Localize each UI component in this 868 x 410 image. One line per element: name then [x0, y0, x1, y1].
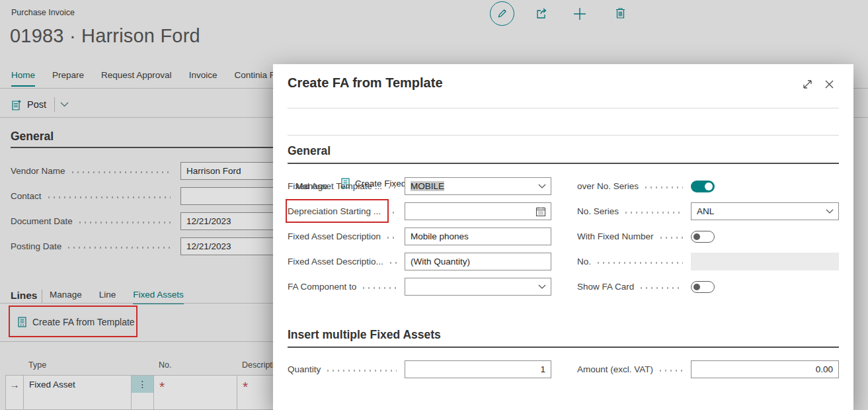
with-fixed-number-toggle[interactable] — [691, 231, 715, 243]
over-no-series-label: over No. Series — [577, 181, 688, 191]
chevron-down-icon — [538, 284, 546, 290]
divider — [288, 347, 839, 348]
insert-multiple-heading[interactable]: Insert multiple Fixed Assets — [288, 328, 441, 342]
fa-description2-field[interactable]: (With Quantity) — [405, 253, 551, 270]
chevron-down-icon — [538, 184, 546, 189]
dot-leader — [387, 186, 397, 188]
over-no-series-toggle[interactable] — [691, 181, 715, 192]
close-dialog-button[interactable] — [823, 78, 836, 91]
amount-row: Amount (excl. VAT) 0.00 — [577, 360, 839, 378]
toggle-knob — [693, 284, 700, 290]
amount-label: Amount (excl. VAT) — [577, 364, 688, 374]
expand-icon — [801, 78, 814, 91]
dot-leader — [385, 237, 397, 239]
fa-description-row: Fixed Asset Description Mobile phones — [288, 227, 551, 245]
fa-description-field[interactable]: Mobile phones — [405, 227, 551, 245]
calendar-icon[interactable] — [535, 206, 546, 217]
no-label: No. — [577, 257, 688, 266]
dot-leader — [361, 287, 397, 289]
no-row: No. — [577, 253, 839, 270]
quantity-field[interactable]: 1 — [405, 360, 551, 378]
depreciation-starting-date-field[interactable] — [405, 202, 551, 220]
no-field — [691, 253, 839, 270]
over-no-series-row: over No. Series — [577, 177, 839, 195]
show-fa-card-toggle[interactable] — [691, 281, 715, 293]
toggle-knob — [705, 183, 713, 190]
fa-component-label: FA Component to — [288, 282, 401, 292]
fa-component-row: FA Component to — [288, 278, 551, 296]
create-fa-from-template-dialog: Create FA from Template Manage Create Fi… — [273, 64, 853, 410]
toggle-knob — [693, 233, 700, 240]
no-series-label: No. Series — [577, 206, 688, 216]
dot-leader — [623, 212, 683, 214]
dot-leader — [325, 370, 397, 372]
close-icon — [823, 78, 836, 91]
no-series-row: No. Series ANL — [577, 202, 839, 220]
divider — [288, 135, 839, 136]
chevron-down-icon — [826, 209, 834, 214]
app-window: Purchase Invoice 01983 · Harrison Ford H… — [0, 0, 868, 410]
fa-template-combobox[interactable]: MOBILE — [405, 177, 551, 195]
fa-description2-row: Fixed Asset Descriptio... (With Quantity… — [288, 253, 551, 270]
dot-leader — [639, 287, 683, 289]
dot-leader — [658, 370, 683, 372]
amount-field[interactable]: 0.00 — [691, 360, 839, 378]
fa-component-combobox[interactable] — [405, 278, 551, 296]
show-fa-card-label: Show FA Card — [577, 282, 688, 292]
dialog-title: Create FA from Template — [288, 75, 443, 91]
quantity-label: Quantity — [288, 364, 401, 374]
fa-template-label: Fixed Asset Template ... — [288, 181, 401, 191]
dot-leader — [596, 262, 683, 264]
annotation-box-depreciation-starting — [286, 199, 389, 223]
fa-description-label: Fixed Asset Description — [288, 231, 401, 241]
fa-description2-label: Fixed Asset Descriptio... — [288, 257, 401, 266]
dot-leader — [643, 186, 683, 188]
annotation-box-create-fa — [9, 306, 138, 337]
show-fa-card-row: Show FA Card — [577, 278, 839, 296]
expand-dialog-button[interactable] — [801, 78, 814, 91]
dot-leader — [658, 237, 683, 239]
no-series-combobox[interactable]: ANL — [691, 202, 839, 220]
divider — [288, 163, 839, 164]
with-fixed-number-row: With Fixed Number — [577, 227, 839, 245]
divider — [288, 108, 839, 108]
quantity-row: Quantity 1 — [288, 360, 551, 378]
dialog-general-heading[interactable]: General — [288, 144, 331, 158]
with-fixed-number-label: With Fixed Number — [577, 231, 688, 241]
dot-leader — [388, 262, 397, 264]
fa-template-row: Fixed Asset Template ... MOBILE — [288, 177, 551, 195]
